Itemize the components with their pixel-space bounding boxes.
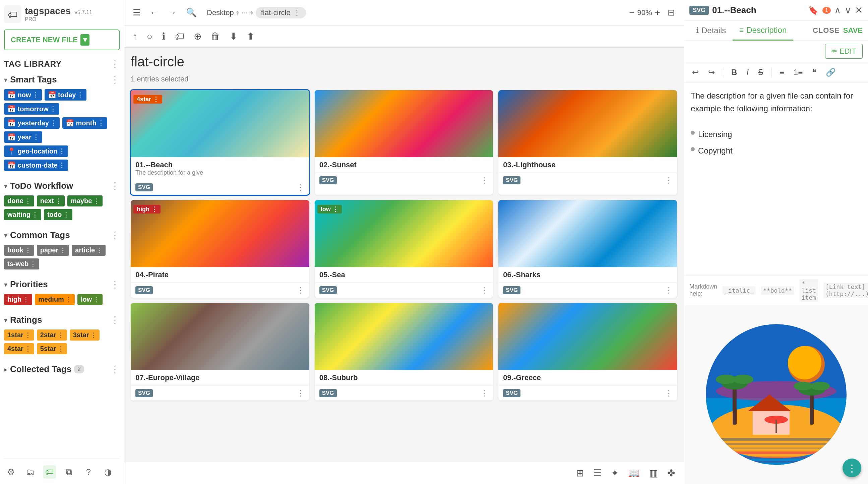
breadcrumb-root[interactable]: Desktop [207,8,234,17]
tag-1star[interactable]: 1star ⋮ [4,330,34,340]
card-menu-button[interactable]: ⋮ [480,285,488,295]
copy-button[interactable]: ⊕ [192,29,204,44]
download-button[interactable]: ⬇ [227,29,239,44]
file-card[interactable]: 07.-Europe-Village SVG ⋮ [131,303,309,400]
tag-3star[interactable]: 3star ⋮ [70,330,100,340]
card-menu-button[interactable]: ⋮ [664,389,672,398]
section-ratings-header[interactable]: ▾ Ratings ⋮ [4,314,120,326]
view-toggle-button[interactable]: ⊟ [665,5,677,20]
file-card[interactable]: 09.-Greece SVG ⋮ [498,303,677,400]
section-menu[interactable]: ⋮ [110,230,120,241]
card-menu-button[interactable]: ⋮ [297,183,305,192]
tag-low[interactable]: low ⋮ [78,294,102,305]
file-card[interactable]: 02.-Sunset SVG ⋮ [315,90,493,195]
tag-medium[interactable]: medium ⋮ [35,294,75,305]
section-todo-header[interactable]: ▾ ToDo Workflow ⋮ [4,180,120,191]
grid-view-button[interactable]: ⊞ [574,465,586,481]
link-button[interactable]: 🔗 [823,66,838,79]
section-menu[interactable]: ⋮ [110,74,120,85]
back-button[interactable]: ← [148,5,160,20]
prev-file-button[interactable]: ∧ [834,5,841,16]
zoom-in-button[interactable]: + [655,7,660,18]
create-dropdown-arrow[interactable]: ▾ [81,34,90,46]
tag-4star[interactable]: 4star ⋮ [4,343,34,354]
sort-button[interactable]: ↑ [131,29,140,44]
breadcrumb-dots[interactable]: ··· [242,8,248,17]
tag-2star[interactable]: 2star ⋮ [37,330,67,340]
tag-next[interactable]: next ⋮ [37,195,65,207]
tag-yesterday[interactable]: 📅 yesterday ⋮ [4,117,60,129]
book-view-button[interactable]: 📖 [626,465,642,481]
settings-icon[interactable]: ⚙ [4,465,18,479]
fab-button[interactable]: ⋮ [842,458,861,477]
section-menu[interactable]: ⋮ [110,364,120,375]
close-button[interactable]: CLOSE [813,26,840,35]
create-new-file-button[interactable]: CREATE NEW FILE ▾ [4,30,120,50]
section-collected-header[interactable]: ▸ Collected Tags 2 ⋮ [4,364,120,375]
card-menu-button[interactable]: ⋮ [297,285,305,295]
tag-custom-date[interactable]: 📅 custom-date ⋮ [4,159,68,171]
breadcrumb-menu-icon[interactable]: ⋮ [293,8,301,17]
tag-button[interactable]: 🏷 [173,29,186,44]
tag-now[interactable]: 📅 now ⋮ [4,89,42,100]
quote-button[interactable]: ❝ [809,66,819,79]
column-view-button[interactable]: ▥ [647,465,660,481]
section-smart-tags-header[interactable]: ▾ Smart Tags ⋮ [4,74,120,85]
zoom-out-button[interactable]: − [629,7,634,18]
settings-view-button[interactable]: ✦ [609,465,621,481]
file-card[interactable]: low ⋮ 05.-Sea SVG ⋮ [315,200,493,298]
bookmark-icon[interactable]: 🔖 [808,6,818,15]
list-view-button[interactable]: ☰ [591,465,603,481]
close-panel-button[interactable]: ✕ [855,5,863,16]
hamburger-menu-button[interactable]: ☰ [131,5,143,20]
card-menu-button[interactable]: ⋮ [664,176,672,185]
save-button[interactable]: SAVE [843,26,863,35]
tag-waiting[interactable]: waiting ⋮ [4,209,41,220]
section-common-header[interactable]: ▾ Common Tags ⋮ [4,230,120,241]
share-view-button[interactable]: ✤ [665,465,677,481]
tag-paper[interactable]: paper ⋮ [37,245,69,256]
tag-icon[interactable]: 🏷 [43,465,56,479]
tag-library-menu[interactable]: ⋮ [110,58,120,69]
undo-button[interactable]: ↩ [689,66,702,79]
delete-button[interactable]: 🗑 [209,29,222,44]
layers-icon[interactable]: ⧉ [62,465,76,479]
circle-button[interactable]: ○ [145,29,155,44]
tag-article[interactable]: article ⋮ [72,245,105,256]
tab-details[interactable]: ℹ Details [689,21,733,40]
file-card[interactable]: 03.-Lighthouse SVG ⋮ [498,90,677,195]
tag-book[interactable]: book ⋮ [4,245,34,256]
strikethrough-button[interactable]: S̶ [755,66,766,79]
ordered-list-button[interactable]: 1≡ [791,66,805,79]
info-button[interactable]: ℹ [160,29,167,44]
italic-button[interactable]: I [744,66,751,79]
search-button[interactable]: 🔍 [184,5,199,20]
help-icon[interactable]: ? [82,465,95,479]
tag-geo-location[interactable]: 📍 geo-location ⋮ [4,146,68,157]
file-card[interactable]: 08.-Suburb SVG ⋮ [315,303,493,400]
bullet-list-button[interactable]: ≡ [777,66,787,79]
section-menu[interactable]: ⋮ [110,180,120,191]
breadcrumb-current[interactable]: flat-circle ⋮ [256,7,306,19]
tab-description[interactable]: ≡ Description [733,21,793,40]
file-card[interactable]: 4star ⋮ 01.--Beach The description for a… [131,90,309,195]
card-menu-button[interactable]: ⋮ [480,389,488,398]
section-menu[interactable]: ⋮ [110,279,120,290]
card-menu-button[interactable]: ⋮ [664,285,672,295]
tag-year[interactable]: 📅 year ⋮ [4,131,42,143]
card-menu-button[interactable]: ⋮ [297,389,305,398]
folder-icon[interactable]: 🗂 [24,465,37,479]
tag-month[interactable]: 📅 month ⋮ [62,117,107,129]
tag-high[interactable]: high ⋮ [4,294,32,305]
file-card[interactable]: 06.-Sharks SVG ⋮ [498,200,677,298]
contrast-icon[interactable]: ◑ [101,465,115,479]
forward-button[interactable]: → [166,5,179,20]
bold-button[interactable]: B [728,66,740,79]
edit-button[interactable]: ✏ EDIT [825,44,863,59]
section-priorities-header[interactable]: ▾ Priorities ⋮ [4,279,120,290]
section-menu[interactable]: ⋮ [110,314,120,326]
tag-5star[interactable]: 5star ⋮ [37,343,67,354]
tag-maybe[interactable]: maybe ⋮ [67,195,102,207]
redo-button[interactable]: ↪ [706,66,717,79]
card-menu-button[interactable]: ⋮ [480,176,488,185]
